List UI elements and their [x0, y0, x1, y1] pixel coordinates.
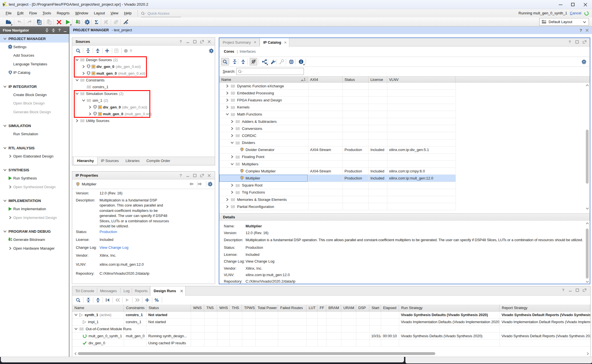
design-run-row[interactable]: Out-of-Context Module Runs: [72, 326, 590, 333]
flownav-item-open-elaborated-design[interactable]: Open Elaborated Design: [0, 152, 69, 161]
menu-file[interactable]: File: [3, 9, 14, 17]
chevron-right-icon[interactable]: [230, 120, 234, 123]
disabled-edit-icon[interactable]: [112, 18, 120, 26]
design-runs-hscrollbar[interactable]: [73, 352, 590, 356]
chevron-down-icon[interactable]: [75, 92, 79, 95]
ip-catalog-row[interactable]: Memories & Storage Elements: [219, 196, 456, 203]
ip-catalog-scrollbar[interactable]: [585, 83, 589, 210]
scroll-left-arrow[interactable]: [73, 352, 78, 356]
column-header-ff[interactable]: FF: [317, 305, 326, 312]
chevron-right-icon[interactable]: [88, 112, 92, 116]
license-key-icon[interactable]: [278, 58, 285, 65]
search-icon[interactable]: [74, 47, 82, 54]
quick-access-input[interactable]: Quick Access: [141, 10, 181, 17]
sources-tree-row[interactable]: constrs_1: [72, 83, 215, 90]
sources-tab-compile-order[interactable]: Compile Order: [143, 157, 174, 165]
ip-catalog-row[interactable]: Square Root: [219, 182, 456, 189]
design-run-row[interactable]: impl_1constrs_1Not startedVivado Impleme…: [72, 319, 590, 326]
gear-icon[interactable]: [580, 58, 587, 65]
sources-tree-row[interactable]: div_gen_0(div_gen_0.xci): [72, 63, 215, 70]
gear-icon[interactable]: [207, 47, 215, 54]
relative-units-icon[interactable]: %: [153, 296, 160, 304]
float-icon[interactable]: [576, 288, 579, 292]
search-icon[interactable]: [221, 58, 229, 65]
design-run-row[interactable]: synth_1(active)constrs_1Not startedVivad…: [72, 312, 590, 319]
scroll-up-arrow[interactable]: [585, 221, 589, 225]
chevron-right-icon[interactable]: [81, 65, 85, 68]
help-doc-icon[interactable]: ?: [113, 47, 120, 54]
ip-catalog-row[interactable]: MultiplierProductionIncludedxilinx.com:i…: [219, 175, 456, 182]
gear-icon[interactable]: [208, 182, 213, 187]
chevron-down-icon[interactable]: [81, 99, 85, 102]
column-header-report-strategy[interactable]: Report Strategy: [500, 305, 590, 312]
chevron-right-icon[interactable]: [230, 155, 234, 158]
sources-tree-row[interactable]: Utility Sources: [72, 117, 215, 124]
add-sources-icon[interactable]: [103, 47, 111, 54]
flownav-section-implementation[interactable]: IMPLEMENTATION: [0, 197, 69, 205]
close-tab-icon[interactable]: ✕: [254, 40, 257, 44]
chevron-down-icon[interactable]: [226, 113, 229, 116]
flownav-item-run-synthesis[interactable]: Run Synthesis: [0, 174, 69, 183]
float-icon[interactable]: [193, 40, 196, 43]
chevron-down-icon[interactable]: [75, 59, 79, 61]
column-header-name[interactable]: Name1: [219, 77, 308, 83]
info-icon[interactable]: [297, 58, 305, 65]
column-header-whs[interactable]: WHS: [217, 305, 229, 312]
minimize-icon[interactable]: [186, 40, 189, 43]
search-icon[interactable]: [74, 296, 82, 304]
chevron-right-icon[interactable]: [230, 184, 234, 187]
bottom-tab-design-runs[interactable]: Design Runs✕: [150, 286, 185, 296]
device-icon[interactable]: [288, 58, 295, 65]
column-header-failed-routes[interactable]: Failed Routes: [278, 305, 306, 312]
scroll-thumb[interactable]: [78, 352, 435, 355]
column-header-dsp[interactable]: DSP: [356, 305, 369, 312]
menu-reports[interactable]: Reports: [54, 9, 72, 17]
run-icon[interactable]: [64, 18, 72, 26]
ip-catalog-row[interactable]: CORDIC: [219, 132, 456, 139]
minimize-icon[interactable]: [186, 174, 189, 177]
chevron-right-icon[interactable]: [230, 127, 234, 130]
tab-cores[interactable]: Cores: [224, 46, 234, 57]
column-header-uram[interactable]: URAM: [341, 305, 356, 312]
maximize-icon[interactable]: [200, 40, 204, 43]
sources-tab-ip-sources[interactable]: IP Sources: [98, 157, 122, 165]
flownav-item-language-templates[interactable]: Language Templates: [0, 60, 69, 68]
menu-flow[interactable]: Flow: [26, 9, 39, 17]
collapse-all-icon[interactable]: [85, 296, 92, 304]
bottom-tab-tcl-console[interactable]: Tcl Console: [72, 286, 97, 296]
details-link[interactable]: Production: [246, 245, 263, 250]
help-icon[interactable]: ?: [562, 288, 565, 292]
menu-edit[interactable]: Edit: [14, 9, 26, 17]
column-header-license[interactable]: License: [368, 77, 387, 83]
sources-tree-row[interactable]: Constraints: [72, 77, 215, 83]
ip-catalog-row[interactable]: Dynamic Function eXchange: [219, 83, 456, 90]
close-icon[interactable]: [207, 174, 211, 177]
scroll-thumb[interactable]: [586, 228, 589, 279]
ip-catalog-row[interactable]: Kernels: [219, 104, 456, 111]
column-header-axi4[interactable]: AXI4: [308, 77, 343, 83]
column-header-total-power[interactable]: Total Power: [255, 305, 278, 312]
chevron-right-icon[interactable]: [230, 191, 234, 194]
step-back-icon[interactable]: [114, 296, 121, 304]
column-header-name[interactable]: Name: [72, 305, 124, 312]
float-icon[interactable]: [193, 174, 196, 177]
close-tab-icon[interactable]: ✕: [284, 41, 287, 45]
expand-all-icon[interactable]: [94, 296, 101, 304]
flownav-item-run-implementation[interactable]: Run Implementation: [0, 205, 69, 214]
property-link[interactable]: Production: [100, 230, 117, 234]
ip-catalog-row[interactable]: Partial Reconfiguration: [219, 203, 456, 210]
close-tab-icon[interactable]: ✕: [180, 287, 183, 296]
flownav-item-add-sources[interactable]: Add Sources: [0, 51, 69, 60]
bottom-tab-messages[interactable]: Messages: [97, 286, 120, 296]
sources-tab-hierarchy[interactable]: Hierarchy: [73, 157, 98, 165]
flownav-item-open-synthesized-design[interactable]: Open Synthesized Design: [0, 183, 69, 191]
menu-window[interactable]: Window: [72, 9, 91, 17]
chevron-down-icon[interactable]: [75, 79, 79, 81]
ip-catalog-row[interactable]: Dividers: [219, 139, 456, 147]
tab-project-summary[interactable]: Project Summary✕: [219, 38, 259, 46]
chevron-right-icon[interactable]: [88, 106, 92, 109]
flownav-item-ip-catalog[interactable]: IP Catalog: [0, 68, 69, 77]
go-to-start-icon[interactable]: [104, 296, 111, 304]
cancel-link[interactable]: Cancel: [570, 9, 581, 17]
flownav-item-settings[interactable]: Settings: [0, 43, 69, 51]
